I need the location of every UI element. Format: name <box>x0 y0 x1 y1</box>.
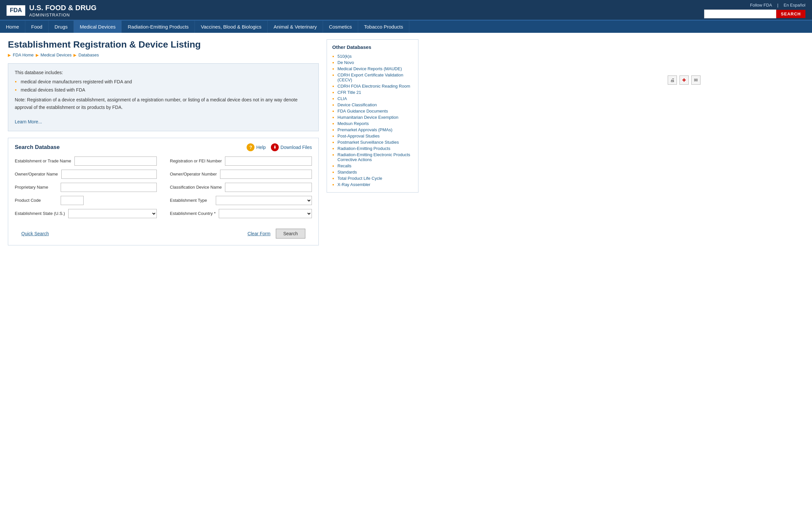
sidebar-db-link-6[interactable]: CLIA <box>338 96 347 101</box>
learn-more-link[interactable]: Learn More... <box>15 119 42 124</box>
sidebar-db-link-9[interactable]: Humanitarian Device Exemption <box>338 115 398 120</box>
nav-item-medical-devices[interactable]: Medical Devices <box>74 21 122 33</box>
sidebar-db-item-2: Medical Device Reports (MAUDE) <box>332 66 413 72</box>
classification-label: Classification Device Name <box>170 183 222 190</box>
sidebar-db-link-1[interactable]: De Novo <box>338 60 354 65</box>
sidebar-db-link-14[interactable]: Radiation-Emitting Products <box>338 146 390 151</box>
sidebar-db-item-0: 510(k)s <box>332 53 413 60</box>
breadcrumb-arrow-1: ▶ <box>8 53 11 58</box>
clear-form-link[interactable]: Clear Form <box>248 231 271 236</box>
establishment-name-field <box>74 157 157 166</box>
nav-item-drugs[interactable]: Drugs <box>49 21 74 33</box>
sidebar-db-link-13[interactable]: Postmarket Surveillance Studies <box>338 140 399 145</box>
establishment-type-select[interactable]: Manufacturer Distributor <box>216 196 312 205</box>
download-label: Download Files <box>280 145 312 150</box>
breadcrumb-fda-home[interactable]: FDA Home <box>13 52 34 58</box>
sidebar-db-item-10: Medsun Reports <box>332 120 413 127</box>
establishment-name-label: Establishment or Trade Name <box>15 157 71 164</box>
help-link[interactable]: ? Help <box>247 143 265 151</box>
search-db-title: Search Database <box>15 144 60 151</box>
sidebar-db-item-8: FDA Guidance Documents <box>332 108 413 114</box>
download-icon: ⬇ <box>271 143 279 151</box>
sidebar-db-link-3[interactable]: CDRH Export Certificate Validation (CECV… <box>338 72 403 82</box>
sidebar-db-link-19[interactable]: X-Ray Assembler <box>338 182 370 187</box>
sidebar-db-item-12: Post-Approval Studies <box>332 133 413 139</box>
other-databases-list: 510(k)sDe NovoMedical Device Reports (MA… <box>332 53 413 188</box>
follow-fda-link[interactable]: Follow FDA <box>750 3 772 7</box>
establishment-type-field: Manufacturer Distributor <box>216 196 312 205</box>
proprietary-row: Proprietary Name <box>15 183 157 192</box>
sidebar-db-link-7[interactable]: Device Classification <box>338 103 377 107</box>
help-icon: ? <box>247 143 254 151</box>
state-select[interactable]: Alabama Alaska California New York Texas <box>68 209 157 218</box>
sidebar-db-link-16[interactable]: Recalls <box>338 163 352 168</box>
establishment-type-row: Establishment Type Manufacturer Distribu… <box>170 196 312 205</box>
sidebar-db-link-12[interactable]: Post-Approval Studies <box>338 134 380 138</box>
sidebar-db-link-5[interactable]: CFR Title 21 <box>338 90 361 95</box>
nav-item-food[interactable]: Food <box>25 21 49 33</box>
left-column: Establishment or Trade Name Owner/Operat… <box>15 157 157 222</box>
print-icon[interactable]: 🖨 <box>668 75 677 85</box>
breadcrumb-arrow-3: ▶ <box>73 53 76 58</box>
nav-item-radiation-emitting[interactable]: Radiation-Emitting Products <box>122 21 195 33</box>
search-button[interactable]: Search <box>276 229 305 239</box>
agency-name: U.S. FOOD & DRUG ADMINISTRATION <box>29 4 96 17</box>
search-db-header: Search Database ? Help ⬇ Download Files <box>15 143 312 151</box>
plus-icon[interactable]: ✚ <box>679 75 689 85</box>
country-select[interactable]: United States Canada United Kingdom <box>219 209 312 218</box>
sidebar-db-link-15[interactable]: Radiation-Emitting Electronic Products C… <box>338 152 410 162</box>
sidebar-db-link-0[interactable]: 510(k)s <box>338 54 352 59</box>
owner-name-row: Owner/Operator Name <box>15 169 157 179</box>
registration-input[interactable] <box>225 157 312 166</box>
nav-item-vaccines[interactable]: Vaccines, Blood & Biologics <box>195 21 268 33</box>
logo-area: FDA U.S. FOOD & DRUG ADMINISTRATION <box>6 4 96 17</box>
sidebar: Other Databases 510(k)sDe NovoMedical De… <box>327 39 418 245</box>
state-row: Establishment State (U.S.) Alabama Alask… <box>15 209 157 218</box>
header-search-input[interactable] <box>704 9 776 18</box>
proprietary-label: Proprietary Name <box>15 183 57 190</box>
header-search-button[interactable]: SEARCH <box>776 10 806 18</box>
main-navigation: HomeFoodDrugsMedical DevicesRadiation-Em… <box>0 20 812 33</box>
sidebar-db-item-7: Device Classification <box>332 102 413 108</box>
proprietary-input[interactable] <box>61 183 157 192</box>
sidebar-db-link-8[interactable]: FDA Guidance Documents <box>338 109 388 114</box>
sidebar-db-link-10[interactable]: Medsun Reports <box>338 121 369 126</box>
main-content: Establishment Registration & Device List… <box>0 33 426 252</box>
form-actions-right: Clear Form Search <box>248 229 305 239</box>
owner-number-field <box>220 169 312 179</box>
nav-item-tobacco[interactable]: Tobacco Products <box>358 21 409 33</box>
classification-input[interactable] <box>225 183 312 192</box>
owner-number-input[interactable] <box>220 169 312 179</box>
nav-item-home[interactable]: Home <box>0 21 25 33</box>
establishment-name-input[interactable] <box>74 157 157 166</box>
product-code-input[interactable] <box>61 196 84 205</box>
registration-label: Registration or FEI Number <box>170 157 222 164</box>
sidebar-db-link-17[interactable]: Standards <box>338 169 357 175</box>
sidebar-db-link-18[interactable]: Total Product Life Cycle <box>338 176 382 181</box>
help-label: Help <box>256 145 265 150</box>
nav-item-cosmetics[interactable]: Cosmetics <box>323 21 358 33</box>
breadcrumb-databases[interactable]: Databases <box>78 52 99 58</box>
product-code-field <box>61 196 157 205</box>
nav-item-animal[interactable]: Animal & Veterinary <box>268 21 323 33</box>
owner-number-row: Owner/Operator Number <box>170 169 312 179</box>
download-link[interactable]: ⬇ Download Files <box>271 143 312 151</box>
breadcrumb: ▶ FDA Home ▶ Medical Devices ▶ Databases <box>8 52 319 58</box>
en-espanol-link[interactable]: En Español <box>784 3 806 7</box>
email-icon[interactable]: ✉ <box>691 75 700 85</box>
product-code-label: Product Code <box>15 196 57 203</box>
sidebar-db-link-4[interactable]: CDRH FOIA Electronic Reading Room <box>338 84 410 89</box>
sidebar-db-link-11[interactable]: Premarket Approvals (PMAs) <box>338 127 393 132</box>
owner-name-input[interactable] <box>61 169 157 179</box>
sidebar-db-item-6: CLIA <box>332 95 413 102</box>
breadcrumb-medical-devices[interactable]: Medical Devices <box>41 52 72 58</box>
header-divider: | <box>777 3 778 7</box>
fda-logo: FDA <box>6 5 25 16</box>
info-bullets: medical device manufacturers registered … <box>15 78 312 93</box>
quick-search-link[interactable]: Quick Search <box>21 231 49 236</box>
proprietary-field <box>61 183 157 192</box>
info-bullet-2: medical devices listed with FDA <box>15 86 312 93</box>
owner-name-field <box>61 169 157 179</box>
sidebar-db-link-2[interactable]: Medical Device Reports (MAUDE) <box>338 66 402 71</box>
sidebar-db-item-9: Humanitarian Device Exemption <box>332 114 413 120</box>
